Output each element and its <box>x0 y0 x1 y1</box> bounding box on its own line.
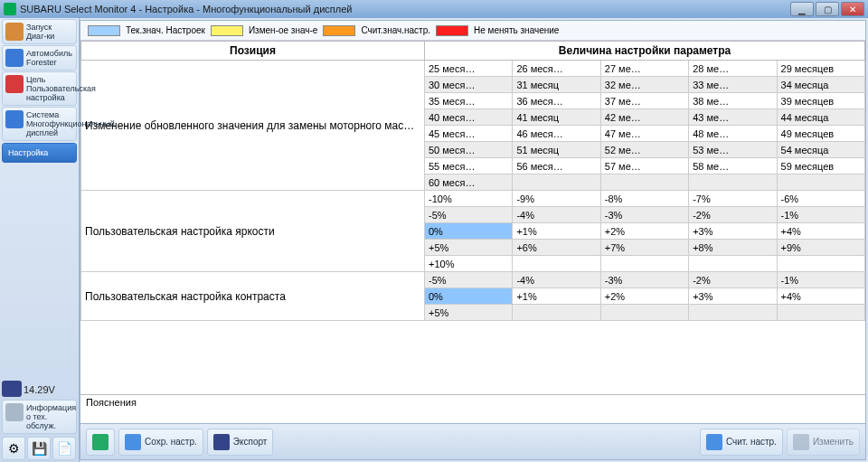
value-cell[interactable]: 53 ме… <box>689 142 777 158</box>
value-cell[interactable]: +8% <box>689 240 777 256</box>
maximize-button[interactable]: ▢ <box>816 2 839 16</box>
value-cell[interactable]: +1% <box>513 288 600 305</box>
value-cell[interactable]: -1% <box>777 207 864 223</box>
value-cell[interactable] <box>513 256 600 272</box>
value-cell[interactable]: +9% <box>777 240 864 256</box>
value-cell[interactable]: 33 ме… <box>689 77 777 93</box>
value-cell[interactable]: 57 ме… <box>600 158 688 174</box>
read-settings-button[interactable]: Счит. настр. <box>700 429 783 456</box>
sidebar-item[interactable]: Цель Пользовательская настройка <box>2 71 77 106</box>
value-cell[interactable]: 38 ме… <box>689 93 777 109</box>
value-cell[interactable] <box>689 305 777 321</box>
value-cell[interactable]: 40 меся… <box>425 109 513 126</box>
value-cell[interactable]: 59 месяцев <box>777 158 864 174</box>
value-cell[interactable] <box>689 174 777 191</box>
close-button[interactable]: ✕ <box>841 2 864 16</box>
value-cell[interactable]: 0% <box>425 288 513 305</box>
value-cell[interactable]: 0% <box>425 223 513 240</box>
value-cell[interactable]: 27 ме… <box>600 61 688 77</box>
sidebar-item[interactable]: Автомобиль Forester <box>2 45 77 71</box>
value-cell[interactable]: 46 меся… <box>513 126 600 142</box>
value-cell[interactable]: 44 месяца <box>777 109 864 126</box>
value-cell[interactable]: -8% <box>600 191 688 207</box>
value-cell[interactable]: +3% <box>689 223 777 240</box>
report-icon[interactable]: 📄 <box>52 437 76 460</box>
value-cell[interactable] <box>777 305 864 321</box>
value-cell[interactable]: -4% <box>513 272 600 288</box>
value-cell[interactable] <box>689 256 777 272</box>
value-cell[interactable]: 26 меся… <box>513 61 600 77</box>
sidebar-item-settings[interactable]: Настройка <box>2 143 77 163</box>
value-cell[interactable]: +7% <box>600 240 688 256</box>
value-cell[interactable]: 32 ме… <box>600 77 688 93</box>
value-cell[interactable]: +4% <box>777 288 864 305</box>
value-cell[interactable]: 47 ме… <box>600 126 688 142</box>
value-cell[interactable] <box>600 305 688 321</box>
value-cell[interactable]: 41 месяц <box>513 109 600 126</box>
value-cell[interactable] <box>777 174 864 191</box>
value-cell[interactable]: 37 ме… <box>600 93 688 109</box>
value-cell[interactable]: 54 месяца <box>777 142 864 158</box>
value-cell[interactable]: 55 меся… <box>425 158 513 174</box>
value-cell[interactable]: 34 месяца <box>777 77 864 93</box>
value-cell[interactable]: +3% <box>689 288 777 305</box>
value-cell[interactable]: -7% <box>689 191 777 207</box>
value-cell[interactable]: 58 ме… <box>689 158 777 174</box>
value-cell[interactable] <box>777 256 864 272</box>
value-cell[interactable]: 36 меся… <box>513 93 600 109</box>
settings-table-scroll[interactable]: Позиция Величина настройки параметра Изм… <box>80 41 865 394</box>
apply-button[interactable]: Изменить <box>787 429 860 456</box>
back-button[interactable] <box>86 429 115 456</box>
value-cell[interactable]: -10% <box>425 191 513 207</box>
sidebar-item[interactable]: Система Многофункциональный дисплей <box>2 107 77 141</box>
value-cell[interactable]: -6% <box>777 191 864 207</box>
value-cell[interactable]: 30 меся… <box>425 77 513 93</box>
value-cell[interactable]: -2% <box>689 272 777 288</box>
value-cell[interactable]: -2% <box>689 207 777 223</box>
value-cell[interactable]: -5% <box>425 207 513 223</box>
save-settings-button[interactable]: Сохр. настр. <box>118 429 203 456</box>
value-cell[interactable]: 50 меся… <box>425 142 513 158</box>
value-cell[interactable]: +2% <box>600 223 688 240</box>
value-cell[interactable]: +10% <box>425 256 513 272</box>
value-cell[interactable]: 48 ме… <box>689 126 777 142</box>
value-cell[interactable]: +1% <box>513 223 600 240</box>
value-cell[interactable]: +5% <box>425 305 513 321</box>
value-cell[interactable]: +4% <box>777 223 864 240</box>
value-cell[interactable]: -9% <box>513 191 600 207</box>
battery-icon <box>2 381 22 397</box>
export-button[interactable]: Экспорт <box>207 429 274 456</box>
value-cell[interactable]: 31 месяц <box>513 77 600 93</box>
value-cell[interactable]: 52 ме… <box>600 142 688 158</box>
value-cell[interactable]: +5% <box>425 240 513 256</box>
minimize-button[interactable]: ▁ <box>790 2 814 16</box>
value-cell[interactable]: -3% <box>600 272 688 288</box>
value-cell[interactable]: +2% <box>600 288 688 305</box>
save-disk-icon[interactable]: 💾 <box>27 437 51 460</box>
value-cell[interactable]: 28 ме… <box>689 61 777 77</box>
value-cell[interactable]: 56 меся… <box>513 158 600 174</box>
value-cell[interactable]: 43 ме… <box>689 109 777 126</box>
value-cell[interactable] <box>600 174 688 191</box>
value-cell[interactable]: 39 месяцев <box>777 93 864 109</box>
value-cell[interactable] <box>600 256 688 272</box>
value-cell[interactable] <box>513 305 600 321</box>
value-cell[interactable]: 35 меся… <box>425 93 513 109</box>
value-cell[interactable]: 51 месяц <box>513 142 600 158</box>
legend-swatch <box>211 25 243 36</box>
value-cell[interactable]: 25 меся… <box>425 61 513 77</box>
value-cell[interactable]: 60 меся… <box>425 174 513 191</box>
value-cell[interactable]: 29 месяцев <box>777 61 864 77</box>
value-cell[interactable]: 45 меся… <box>425 126 513 142</box>
value-cell[interactable]: -1% <box>777 272 864 288</box>
sidebar-item[interactable]: Запуск Диаг-ки <box>2 19 77 44</box>
value-cell[interactable] <box>513 174 600 191</box>
value-cell[interactable]: +6% <box>513 240 600 256</box>
value-cell[interactable]: -5% <box>425 272 513 288</box>
value-cell[interactable]: -4% <box>513 207 600 223</box>
value-cell[interactable]: 49 месяцев <box>777 126 864 142</box>
sidebar-item-maintenance-info[interactable]: Информация о тех. обслуж. <box>2 400 77 434</box>
settings-gear-icon[interactable]: ⚙ <box>2 437 25 460</box>
value-cell[interactable]: -3% <box>600 207 688 223</box>
value-cell[interactable]: 42 ме… <box>600 109 688 126</box>
